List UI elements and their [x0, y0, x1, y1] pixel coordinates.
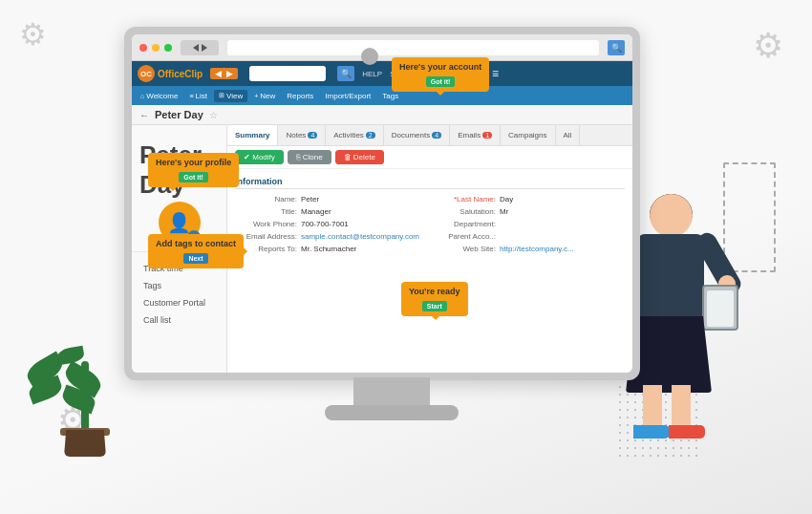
- browser-nav-buttons[interactable]: [181, 40, 219, 55]
- sidebar-item-customer-portal[interactable]: Customer Portal: [132, 294, 226, 311]
- nav-reports[interactable]: Reports: [282, 90, 318, 102]
- hamburger-icon[interactable]: ≡: [492, 67, 499, 80]
- monitor-base: [325, 405, 459, 420]
- contact-fields-grid: Name: Peter *Last Name: Day Title: Manag…: [235, 195, 625, 253]
- monitor-camera-dot: [361, 48, 378, 65]
- email-label: Email Address:: [235, 232, 297, 241]
- nav-view-label: View: [226, 92, 243, 100]
- forward-arrow-icon[interactable]: [202, 44, 207, 52]
- app-header: OC OfficeClip ◀ ▶ 🔍 HELP SETTINGS LOGIN: [132, 61, 632, 86]
- callout-account-title: Here's your account: [399, 62, 481, 74]
- browser-search-button[interactable]: 🔍: [608, 40, 625, 55]
- nav-new[interactable]: + New: [249, 90, 280, 102]
- work-phone-label: Work Phone:: [235, 220, 297, 228]
- monitor-inner: 🔍 OC OfficeClip ◀ ▶ 🔍 HELP SET: [132, 34, 632, 373]
- main-content-area: Summary Notes 4 Activities 2 Documents: [227, 125, 632, 373]
- callout-ready: You're ready Start: [401, 282, 468, 316]
- website-label: Web Site:: [434, 245, 496, 253]
- chrome-min-dot[interactable]: [152, 44, 160, 52]
- nav-tags-label: Tags: [382, 92, 398, 100]
- department-label: Department:: [434, 220, 496, 228]
- dashed-decoration: [723, 162, 776, 272]
- work-phone-value: 700-700-7001: [301, 220, 349, 228]
- tab-campaigns[interactable]: Campaigns: [501, 125, 555, 145]
- logo-icon: OC: [138, 65, 155, 82]
- nav-list-label: List: [196, 92, 207, 100]
- tab-documents[interactable]: Documents 4: [384, 125, 450, 145]
- last-name-value: Day: [500, 195, 513, 203]
- header-nav-buttons[interactable]: ◀ ▶: [210, 68, 238, 79]
- tab-all[interactable]: All: [556, 125, 581, 145]
- avatar-person-icon: 👤: [167, 211, 191, 234]
- field-first-name: Name: Peter: [235, 195, 426, 203]
- website-value[interactable]: http://testcompany.c...: [500, 245, 574, 253]
- delete-button[interactable]: 🗑 Delete: [335, 150, 384, 164]
- logo-text: OfficeClip: [158, 69, 203, 79]
- back-arrow-icon[interactable]: [193, 44, 199, 52]
- chrome-close-dot[interactable]: [139, 44, 147, 52]
- delete-icon: 🗑: [344, 153, 352, 161]
- nav-welcome[interactable]: ⌂ Welcome: [136, 90, 182, 102]
- browser-chrome: 🔍: [132, 34, 632, 61]
- nav-welcome-label: Welcome: [146, 92, 178, 100]
- app-search-button[interactable]: 🔍: [337, 66, 354, 81]
- callout-account-button[interactable]: Got it!: [426, 76, 456, 87]
- field-title: Title: Manager: [235, 207, 426, 216]
- url-bar[interactable]: [227, 40, 599, 55]
- new-icon: +: [254, 93, 258, 99]
- nav-list[interactable]: ≡ List: [184, 90, 212, 102]
- tab-notes[interactable]: Notes 4: [278, 125, 326, 145]
- tab-summary[interactable]: Summary: [227, 125, 278, 145]
- emails-badge: 1: [482, 132, 492, 139]
- sidebar-item-tags[interactable]: Tags: [132, 277, 226, 294]
- nav-import-export-label: Import/Export: [325, 92, 371, 100]
- first-name-value: Peter: [301, 195, 319, 203]
- salutation-value: Mr: [500, 207, 508, 216]
- plant-decoration: [53, 323, 119, 457]
- reports-to-value: Mr. Schumacher: [301, 245, 356, 253]
- app-nav-bar: ⌂ Welcome ≡ List ⊞ View + New Reports: [132, 86, 632, 105]
- parent-account-label: Parent Acco..:: [434, 232, 496, 241]
- favorite-star-icon[interactable]: ☆: [209, 110, 218, 120]
- help-link[interactable]: HELP: [362, 70, 382, 78]
- clone-button[interactable]: ⎘ Clone: [288, 150, 331, 164]
- tab-activities[interactable]: Activities 2: [326, 125, 383, 145]
- gear-icon-top-right: ⚙: [753, 29, 783, 63]
- modify-button[interactable]: ✔ Modify: [235, 150, 284, 164]
- list-icon: ≡: [189, 93, 193, 99]
- callout-ready-button[interactable]: Start: [422, 301, 447, 311]
- field-last-name: *Last Name: Day: [434, 195, 625, 203]
- email-value[interactable]: sample.contact@testcompany.com: [301, 232, 419, 241]
- view-icon: ⊞: [219, 92, 224, 99]
- first-name-label: Name:: [235, 195, 297, 203]
- callout-profile-button[interactable]: Got it!: [179, 172, 208, 182]
- gear-icon-top-left: ⚙: [19, 19, 47, 50]
- nav-back-btn[interactable]: ◀: [213, 69, 224, 78]
- tab-emails[interactable]: Emails 1: [450, 125, 501, 145]
- callout-tags-title: Add tags to contact: [156, 239, 236, 250]
- documents-badge: 4: [432, 132, 441, 139]
- app-search-bar[interactable]: [249, 66, 326, 81]
- field-parent-account: Parent Acco..:: [434, 232, 625, 241]
- title-label: Title:: [235, 207, 297, 216]
- breadcrumb-back-arrow[interactable]: ←: [139, 110, 149, 120]
- callout-tags: Add tags to contact Next: [148, 234, 244, 268]
- callout-account: Here's your account Got it!: [392, 57, 489, 92]
- nav-forward-btn[interactable]: ▶: [224, 69, 235, 78]
- page-contact-title: Peter Day: [155, 109, 203, 120]
- contact-form: Information Name: Peter *Last Name: Day: [227, 169, 632, 261]
- welcome-icon: ⌂: [140, 93, 144, 99]
- sidebar-item-call-list[interactable]: Call list: [132, 311, 226, 329]
- salutation-label: Salutation:: [434, 207, 496, 216]
- chrome-max-dot[interactable]: [164, 44, 172, 52]
- form-section-title: Information: [235, 177, 625, 189]
- page-breadcrumb-bar: ← Peter Day ☆: [132, 105, 632, 125]
- logo-area[interactable]: OC OfficeClip: [138, 65, 203, 82]
- nav-view[interactable]: ⊞ View: [214, 90, 247, 102]
- monitor-screen: 🔍 OC OfficeClip ◀ ▶ 🔍 HELP SET: [124, 27, 640, 380]
- callout-profile: Here's your profile Got it!: [148, 153, 239, 187]
- nav-import-export[interactable]: Import/Export: [320, 90, 375, 102]
- nav-new-label: New: [260, 92, 275, 100]
- callout-profile-title: Here's your profile: [156, 158, 231, 169]
- callout-tags-button[interactable]: Next: [183, 253, 207, 264]
